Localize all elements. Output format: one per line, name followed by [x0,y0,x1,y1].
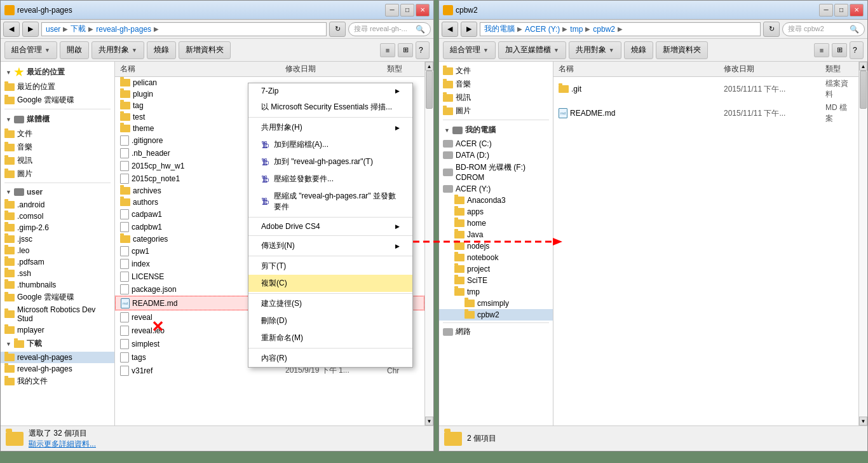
copy-arrow-svg [0,0,868,463]
svg-marker-1 [553,238,562,245]
red-x-mark: ✕ [151,318,164,336]
